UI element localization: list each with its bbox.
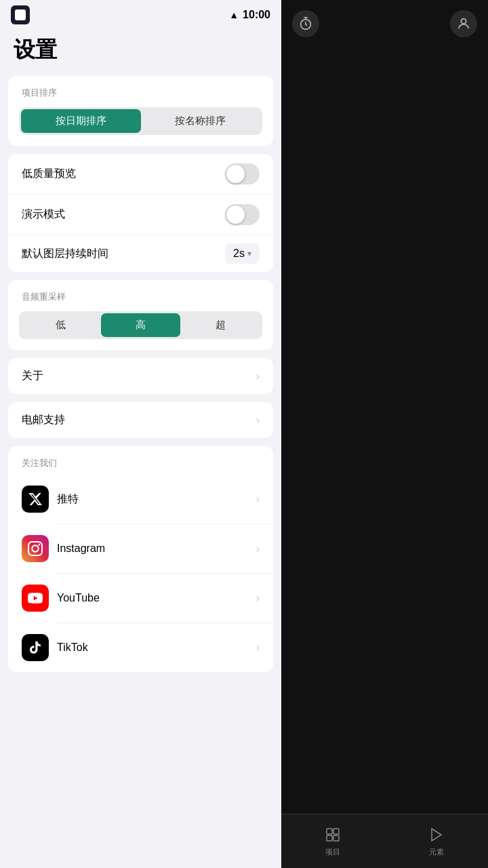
right-panel xyxy=(281,0,488,868)
audio-high-button[interactable]: 高 xyxy=(101,313,181,337)
timer-icon-button[interactable] xyxy=(292,10,319,37)
chevron-right-twitter: › xyxy=(256,493,260,505)
bottom-nav: 项目 元素 xyxy=(281,814,488,868)
instagram-label: Instagram xyxy=(57,542,105,555)
nav-project-label: 项目 xyxy=(325,847,340,857)
instagram-icon xyxy=(22,535,49,562)
email-support-section[interactable]: 电邮支持 › xyxy=(8,402,273,438)
about-label: 关于 xyxy=(22,369,43,383)
chevron-right-youtube: › xyxy=(256,592,260,604)
tiktok-label: TikTok xyxy=(57,642,88,654)
youtube-item[interactable]: YouTube › xyxy=(8,574,273,623)
youtube-label: YouTube xyxy=(57,592,100,604)
svg-rect-2 xyxy=(327,829,332,834)
low-quality-preview-toggle[interactable] xyxy=(225,163,260,184)
default-layer-duration-label: 默认图层持续时间 xyxy=(22,247,108,261)
default-layer-duration-row: 默认图层持续时间 2s ▾ xyxy=(8,235,273,272)
status-bar-left xyxy=(11,5,30,24)
low-quality-preview-label: 低质量预览 xyxy=(22,167,76,181)
tiktok-item[interactable]: TikTok › xyxy=(8,623,273,672)
options-section: 低质量预览 演示模式 默认图层持续时间 2s ▾ xyxy=(8,154,273,272)
nav-project[interactable]: 项目 xyxy=(323,825,342,857)
demo-mode-label: 演示模式 xyxy=(22,208,65,222)
sort-by-name-button[interactable]: 按名称排序 xyxy=(141,109,261,133)
twitter-icon xyxy=(22,486,49,513)
nav-elements[interactable]: 元素 xyxy=(427,825,446,857)
twitter-label: 推特 xyxy=(57,492,79,507)
toggle-thumb-demo xyxy=(226,205,245,224)
audio-resample-label: 音频重采样 xyxy=(8,280,273,309)
tiktok-icon xyxy=(22,634,49,661)
duration-value: 2s xyxy=(233,248,245,260)
audio-ultra-button[interactable]: 超 xyxy=(180,313,260,337)
status-bar-right: ▲ 10:00 xyxy=(229,9,270,21)
page-title: 设置 xyxy=(0,30,281,76)
clock: 10:00 xyxy=(243,9,270,21)
follow-us-label: 关注我们 xyxy=(8,446,273,475)
demo-mode-row: 演示模式 xyxy=(8,195,273,235)
tiktok-item-left: TikTok xyxy=(22,634,88,661)
low-quality-preview-row: 低质量预览 xyxy=(8,154,273,195)
demo-mode-toggle[interactable] xyxy=(225,204,260,225)
about-section[interactable]: 关于 › xyxy=(8,358,273,394)
sort-section-label: 项目排序 xyxy=(8,76,273,104)
youtube-icon xyxy=(22,585,49,612)
elements-icon xyxy=(427,825,446,844)
svg-rect-5 xyxy=(333,835,339,841)
follow-us-section: 关注我们 推特 › Instagram xyxy=(8,446,273,672)
chevron-right-instagram: › xyxy=(256,542,260,555)
about-item[interactable]: 关于 › xyxy=(8,358,273,394)
chevron-right-icon-email: › xyxy=(256,414,260,427)
instagram-item[interactable]: Instagram › xyxy=(8,524,273,573)
sort-section: 项目排序 按日期排序 按名称排序 xyxy=(8,76,273,146)
sort-by-date-button[interactable]: 按日期排序 xyxy=(21,109,141,133)
youtube-item-left: YouTube xyxy=(22,585,100,612)
settings-panel: ▲ 10:00 设置 项目排序 按日期排序 按名称排序 低质量预览 演示模式 xyxy=(0,0,281,868)
chevron-right-icon: › xyxy=(256,370,260,382)
status-bar: ▲ 10:00 xyxy=(0,0,281,30)
twitter-item[interactable]: 推特 › xyxy=(8,475,273,524)
toggle-thumb xyxy=(226,165,245,183)
project-icon xyxy=(323,825,342,844)
sort-segmented-control[interactable]: 按日期排序 按名称排序 xyxy=(19,107,262,135)
svg-rect-3 xyxy=(333,829,339,834)
email-support-label: 电邮支持 xyxy=(22,413,65,427)
audio-low-button[interactable]: 低 xyxy=(21,313,101,337)
app-icon xyxy=(11,5,30,24)
wifi-icon: ▲ xyxy=(229,9,239,20)
svg-point-1 xyxy=(461,19,466,24)
audio-resample-control[interactable]: 低 高 超 xyxy=(19,311,262,339)
app-icon-inner xyxy=(15,9,26,20)
chevron-down-icon: ▾ xyxy=(247,249,251,258)
twitter-item-left: 推特 xyxy=(22,486,79,513)
nav-elements-label: 元素 xyxy=(429,847,444,857)
duration-dropdown[interactable]: 2s ▾ xyxy=(225,243,260,264)
instagram-item-left: Instagram xyxy=(22,535,105,562)
svg-marker-6 xyxy=(432,829,441,841)
svg-rect-4 xyxy=(327,835,332,841)
email-support-item[interactable]: 电邮支持 › xyxy=(8,402,273,438)
chevron-right-tiktok: › xyxy=(256,642,260,654)
profile-icon-button[interactable] xyxy=(450,10,477,37)
audio-resample-section: 音频重采样 低 高 超 xyxy=(8,280,273,350)
right-panel-header xyxy=(281,0,488,41)
